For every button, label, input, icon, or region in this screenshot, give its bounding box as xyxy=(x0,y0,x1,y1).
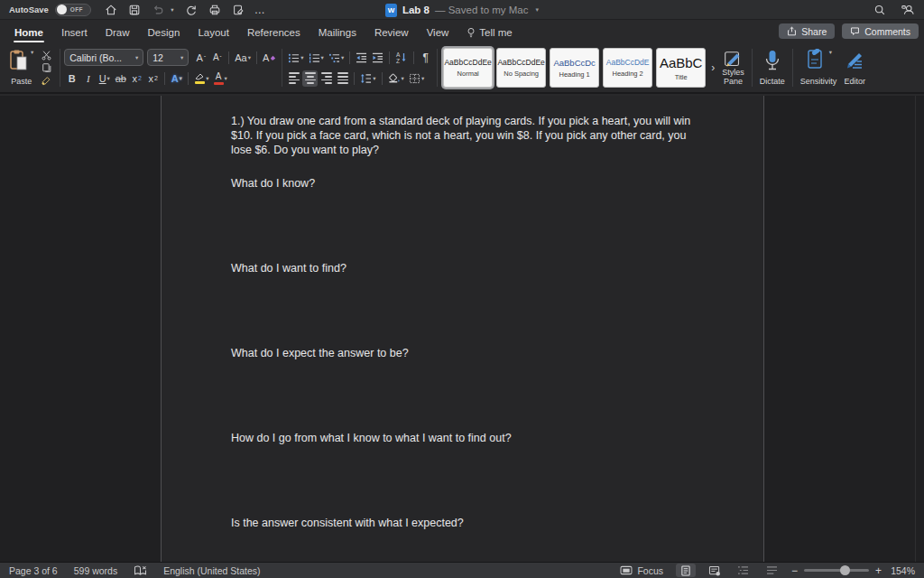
scrollbar-track[interactable] xyxy=(915,96,916,562)
subscript-button[interactable]: x2 xyxy=(129,70,144,87)
strikethrough-button[interactable]: ab xyxy=(113,70,128,87)
doc-question-4[interactable]: How do I go from what I know to what I w… xyxy=(231,431,698,445)
bold-button[interactable]: B xyxy=(64,70,79,87)
language-indicator[interactable]: English (United States) xyxy=(163,565,260,576)
tab-view[interactable]: View xyxy=(418,21,458,44)
account-icon[interactable] xyxy=(900,2,915,17)
zoom-out-button[interactable]: − xyxy=(791,565,798,576)
word-window: AutoSave OFF ▾ xyxy=(0,0,924,578)
save-icon[interactable] xyxy=(127,2,143,17)
undo-dropdown-icon[interactable]: ▾ xyxy=(169,2,176,17)
format-painter-button[interactable] xyxy=(39,74,54,87)
document-page[interactable]: 1.) You draw one card from a standard de… xyxy=(161,96,764,562)
tab-layout[interactable]: Layout xyxy=(189,21,238,44)
increase-indent-button[interactable] xyxy=(370,50,385,66)
styles-pane-button[interactable]: Styles Pane xyxy=(718,47,748,89)
borders-button[interactable]: ▾ xyxy=(407,70,426,87)
ribbon-tabs: Home Insert Draw Design Layout Reference… xyxy=(0,21,924,44)
tab-mailings[interactable]: Mailings xyxy=(310,21,365,44)
print-icon[interactable] xyxy=(208,2,223,17)
style-no-spacing[interactable]: AaBbCcDdEe No Spacing xyxy=(496,48,546,88)
tab-home[interactable]: Home xyxy=(5,21,52,44)
share-icon xyxy=(787,26,797,36)
doc-question-2[interactable]: What do I want to find? xyxy=(231,261,698,275)
redo-icon[interactable] xyxy=(184,2,199,17)
font-name-select[interactable]: Calibri (Bo... ▾ xyxy=(64,49,143,66)
tab-references[interactable]: References xyxy=(238,21,310,44)
styles-gallery-more-icon[interactable]: › xyxy=(709,61,716,74)
tab-draw[interactable]: Draw xyxy=(97,21,139,44)
highlight-button[interactable]: ▾ xyxy=(192,70,210,87)
numbering-button[interactable]: ▾ xyxy=(307,50,326,66)
decrease-indent-button[interactable] xyxy=(354,50,369,66)
underline-button[interactable]: U▾ xyxy=(97,70,112,87)
multilevel-list-button[interactable]: ▾ xyxy=(327,50,346,66)
more-commands-icon[interactable]: … xyxy=(254,4,266,16)
doc-save-status: — Saved to my Mac xyxy=(435,5,529,15)
comments-button[interactable]: Comments xyxy=(842,23,919,39)
superscript-button[interactable]: x2 xyxy=(145,70,161,87)
style-heading-2[interactable]: AaBbCcDdE Heading 2 xyxy=(603,48,652,88)
tab-review[interactable]: Review xyxy=(365,21,418,44)
copy-button[interactable] xyxy=(39,61,54,74)
show-marks-button[interactable]: ¶ xyxy=(418,50,433,66)
align-center-button[interactable] xyxy=(302,70,318,87)
undo-icon[interactable] xyxy=(151,2,166,17)
home-icon[interactable] xyxy=(104,2,119,17)
doc-question-1[interactable]: What do I know? xyxy=(231,176,698,191)
autosave-toggle[interactable]: OFF xyxy=(55,4,91,16)
draft-view-button[interactable] xyxy=(762,564,782,577)
tab-design[interactable]: Design xyxy=(139,21,189,44)
export-icon[interactable] xyxy=(231,2,246,17)
text-effects-button[interactable]: A▾ xyxy=(169,70,184,87)
align-right-button[interactable] xyxy=(319,70,334,87)
borders-icon xyxy=(409,73,420,84)
web-layout-view-button[interactable] xyxy=(705,564,725,577)
clear-formatting-button[interactable]: A xyxy=(261,50,278,66)
doc-paragraph[interactable]: 1.) You draw one card from a standard de… xyxy=(231,114,698,157)
doc-question-5[interactable]: Is the answer consistent with what I exp… xyxy=(231,516,698,530)
font-size-select[interactable]: 12 ▾ xyxy=(147,49,189,66)
style-title[interactable]: AaBbC Title xyxy=(656,48,706,88)
font-color-button[interactable]: A ▾ xyxy=(212,70,229,87)
page-indicator[interactable]: Page 3 of 6 xyxy=(9,565,58,576)
style-heading-1[interactable]: AaBbCcDc Heading 1 xyxy=(550,48,599,88)
paint-bucket-icon xyxy=(388,73,401,84)
draft-view-icon xyxy=(766,565,778,575)
sort-button[interactable]: AZ xyxy=(393,50,410,66)
change-case-button[interactable]: Aa▾ xyxy=(233,50,253,66)
print-layout-view-button[interactable] xyxy=(676,564,696,577)
align-left-button[interactable] xyxy=(286,70,301,87)
grow-font-button[interactable]: Aˆ xyxy=(193,50,208,66)
sensitivity-button[interactable]: ▾ Sensitivity xyxy=(797,47,841,89)
editor-icon xyxy=(844,49,865,71)
zoom-slider-thumb[interactable] xyxy=(840,565,850,575)
line-spacing-button[interactable]: ▾ xyxy=(358,70,377,87)
editor-button[interactable]: Editor xyxy=(840,47,869,89)
shrink-font-button[interactable]: Aˇ xyxy=(209,50,225,66)
zoom-slider[interactable] xyxy=(804,569,869,572)
word-doc-icon: W xyxy=(385,4,397,17)
outline-view-button[interactable] xyxy=(734,564,753,577)
tab-tell-me[interactable]: Tell me xyxy=(457,21,521,44)
doc-question-3[interactable]: What do I expect the answer to be? xyxy=(231,346,698,360)
document-canvas[interactable]: 1.) You draw one card from a standard de… xyxy=(0,96,924,562)
search-icon[interactable] xyxy=(872,2,887,17)
style-normal[interactable]: AaBbCcDdEe Normal xyxy=(443,48,493,88)
italic-button[interactable]: I xyxy=(80,70,96,87)
paste-button[interactable]: ▾ Paste xyxy=(5,47,37,89)
share-button[interactable]: Share xyxy=(779,23,835,39)
dictate-button[interactable]: Dictate xyxy=(756,47,789,89)
cut-button[interactable] xyxy=(39,49,54,61)
zoom-in-button[interactable]: + xyxy=(875,565,882,576)
justify-button[interactable] xyxy=(335,70,350,87)
word-count[interactable]: 599 words xyxy=(74,565,117,576)
proofing-status-icon[interactable] xyxy=(134,565,147,576)
comment-icon xyxy=(850,26,860,36)
shading-button[interactable]: ▾ xyxy=(386,70,406,87)
bullets-button[interactable]: ▾ xyxy=(286,50,305,66)
focus-button[interactable]: Focus xyxy=(620,565,663,576)
tab-insert[interactable]: Insert xyxy=(52,21,97,44)
zoom-level[interactable]: 154% xyxy=(888,565,915,576)
focus-icon xyxy=(620,565,633,575)
